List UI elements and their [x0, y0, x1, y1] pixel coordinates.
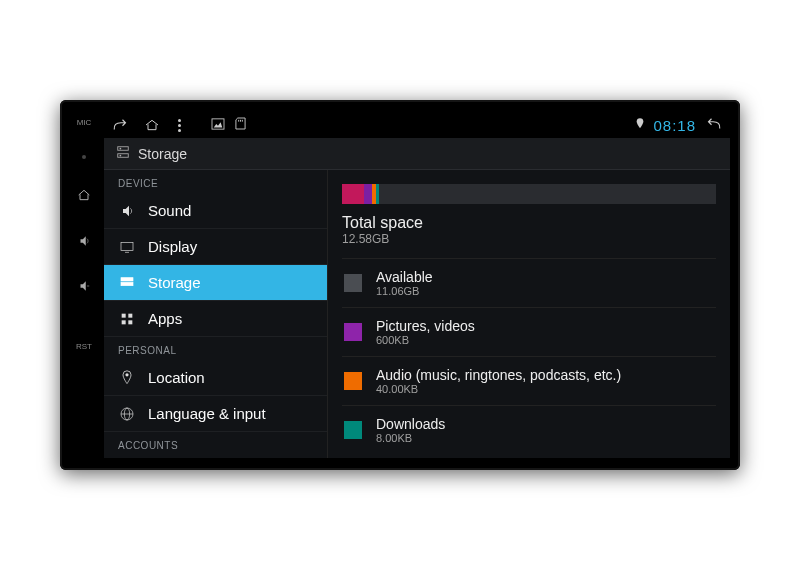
svg-rect-16: [128, 313, 132, 317]
mic-hole: [82, 155, 86, 159]
svg-rect-9: [121, 242, 133, 250]
row-available[interactable]: Available 11.06GB: [342, 258, 716, 307]
swatch-audio: [344, 372, 362, 390]
section-device: DEVICE: [104, 170, 327, 193]
section-personal: PERSONAL: [104, 337, 327, 360]
svg-point-19: [125, 373, 128, 376]
row-label: Pictures, videos: [376, 318, 475, 334]
storage-usage-bar: [342, 184, 716, 204]
sd-card-icon: [235, 117, 246, 133]
display-icon: [118, 239, 136, 255]
row-label: Audio (music, ringtones, podcasts, etc.): [376, 367, 621, 383]
vol-up-hw-button[interactable]: [77, 234, 91, 251]
sidebar-item-label: Sound: [148, 202, 191, 219]
bar-seg-downloads: [376, 184, 380, 204]
storage-detail: Total space 12.58GB Available 11.06GB Pi…: [328, 170, 730, 458]
svg-point-14: [123, 283, 124, 284]
sidebar-item-sound[interactable]: Sound: [104, 193, 327, 229]
storage-header-icon: [116, 145, 130, 163]
sidebar-item-apps[interactable]: Apps: [104, 301, 327, 337]
apps-icon: [118, 311, 136, 327]
settings-header: Storage: [104, 138, 730, 170]
svg-rect-17: [122, 320, 126, 324]
svg-point-13: [123, 278, 124, 279]
location-status-icon: [635, 118, 645, 133]
rst-label: RST: [76, 342, 92, 351]
location-icon: [118, 370, 136, 386]
row-value: 11.06GB: [376, 285, 433, 297]
row-value: 8.00KB: [376, 432, 445, 444]
bar-seg-apps: [342, 184, 364, 204]
svg-rect-6: [118, 153, 129, 157]
svg-point-7: [120, 147, 122, 149]
home-hw-button[interactable]: [76, 187, 92, 206]
sidebar-item-label: Display: [148, 238, 197, 255]
settings-sidebar: DEVICE Sound Display Storage Apps: [104, 170, 328, 458]
language-icon: [118, 406, 136, 422]
sidebar-item-label: Storage: [148, 274, 201, 291]
sidebar-item-display[interactable]: Display: [104, 229, 327, 265]
sidebar-item-label: Language & input: [148, 405, 266, 422]
clock: 08:18: [653, 117, 696, 134]
nav-back-icon[interactable]: [112, 118, 130, 132]
device-frame: MIC RST 08:18 Stora: [60, 100, 740, 470]
swatch-available: [344, 274, 362, 292]
sidebar-item-location[interactable]: Location: [104, 360, 327, 396]
svg-point-8: [120, 154, 122, 156]
status-bar: 08:18: [104, 112, 730, 138]
svg-rect-18: [128, 320, 132, 324]
hardware-buttons: MIC RST: [64, 112, 104, 458]
row-value: 600KB: [376, 334, 475, 346]
nav-menu-icon[interactable]: [178, 119, 181, 132]
storage-icon: [118, 275, 136, 291]
mic-label: MIC: [77, 118, 92, 127]
total-space-value: 12.58GB: [342, 232, 716, 246]
row-audio[interactable]: Audio (music, ringtones, podcasts, etc.)…: [342, 356, 716, 405]
sidebar-item-label: Location: [148, 369, 205, 386]
row-value: 40.00KB: [376, 383, 621, 395]
total-space-label: Total space: [342, 214, 716, 232]
sound-icon: [118, 203, 136, 219]
swatch-pictures: [344, 323, 362, 341]
svg-rect-5: [118, 146, 129, 150]
nav-home-icon[interactable]: [144, 118, 160, 132]
header-title: Storage: [138, 146, 187, 162]
sidebar-item-storage[interactable]: Storage: [104, 265, 327, 301]
row-label: Downloads: [376, 416, 445, 432]
vol-down-hw-button[interactable]: [77, 279, 91, 296]
gallery-icon: [211, 118, 225, 133]
section-accounts: ACCOUNTS: [104, 432, 327, 455]
row-label: Available: [376, 269, 433, 285]
screen: 08:18 Storage DEVICE Sound Display: [104, 112, 730, 458]
svg-rect-1: [212, 118, 224, 128]
nav-forward-icon[interactable]: [704, 117, 722, 134]
bar-seg-pictures: [364, 184, 371, 204]
row-pictures[interactable]: Pictures, videos 600KB: [342, 307, 716, 356]
svg-rect-15: [122, 313, 126, 317]
sidebar-item-label: Apps: [148, 310, 182, 327]
row-downloads[interactable]: Downloads 8.00KB: [342, 405, 716, 454]
total-space: Total space 12.58GB: [342, 214, 716, 246]
swatch-downloads: [344, 421, 362, 439]
sidebar-item-language[interactable]: Language & input: [104, 396, 327, 432]
